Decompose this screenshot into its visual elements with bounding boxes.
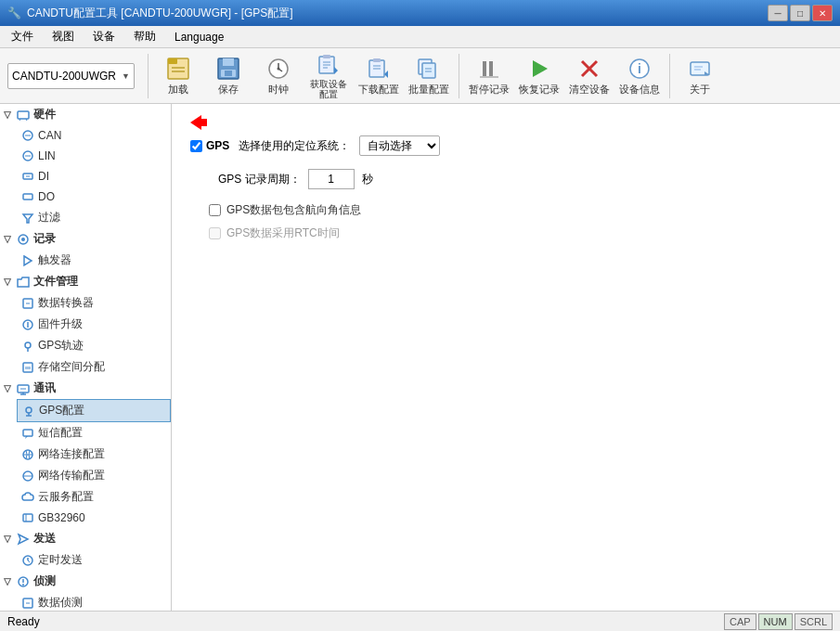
clock-button[interactable]: 时钟 bbox=[254, 52, 303, 100]
load-button[interactable]: 加载 bbox=[154, 52, 202, 100]
gps-system-select[interactable]: 自动选择 GPS 北斗 GPS+北斗 bbox=[359, 135, 440, 156]
devinfo-button[interactable]: i 设备信息 bbox=[615, 52, 664, 100]
di-label: DI bbox=[38, 170, 49, 183]
sidebar-item-detect[interactable]: ▽ 侦测 bbox=[0, 571, 171, 592]
getconf-button[interactable]: 获取设备配置 bbox=[304, 52, 353, 100]
title-bar: 🔧 CANDTU配置工具 [CANDTU-200UWGR] - [GPS配置] … bbox=[0, 0, 840, 26]
device-selector[interactable]: CANDTU-200UWGR ▼ bbox=[7, 63, 135, 89]
option1-checkbox[interactable] bbox=[209, 204, 221, 216]
pause-label: 暂停记录 bbox=[469, 84, 510, 95]
sidebar-item-datadetect[interactable]: 数据侦测 bbox=[17, 592, 171, 611]
num-indicator: NUM bbox=[758, 613, 793, 630]
trigger-label: 触发器 bbox=[38, 252, 71, 268]
gps-period-row: GPS 记录周期： 秒 bbox=[218, 169, 821, 189]
dlconf-button[interactable]: 下载配置 bbox=[355, 52, 403, 100]
sidebar-item-filter[interactable]: 过滤 bbox=[17, 207, 171, 228]
dlconf-icon bbox=[366, 56, 392, 82]
sidebar-item-hardware[interactable]: ▽ 硬件 bbox=[0, 104, 171, 125]
resume-button[interactable]: 恢复记录 bbox=[515, 52, 563, 100]
sidebar-item-do[interactable]: DO bbox=[17, 187, 171, 207]
sidebar-item-comm[interactable]: ▽ 通讯 bbox=[0, 378, 171, 399]
sidebar-item-nettrans[interactable]: 网络传输配置 bbox=[17, 465, 171, 486]
load-icon bbox=[165, 56, 191, 82]
option2-checkbox[interactable] bbox=[209, 227, 221, 239]
hardware-children: CAN LIN DI bbox=[0, 125, 171, 228]
menu-help[interactable]: 帮助 bbox=[126, 27, 163, 46]
svg-rect-24 bbox=[422, 63, 435, 78]
record-label: 记录 bbox=[33, 231, 56, 247]
gps-checkbox-label[interactable]: GPS bbox=[190, 139, 229, 152]
batch-button[interactable]: 批量配置 bbox=[405, 52, 453, 100]
title-bar-controls: ─ □ ✕ bbox=[768, 5, 833, 21]
sidebar-item-gpstrace[interactable]: GPS轨迹 bbox=[17, 335, 171, 356]
menu-device[interactable]: 设备 bbox=[85, 27, 123, 46]
datadetect-icon bbox=[20, 596, 35, 611]
svg-text:i: i bbox=[638, 61, 641, 76]
timesend-icon bbox=[20, 553, 35, 568]
period-input[interactable] bbox=[308, 169, 355, 189]
save-button[interactable]: 保存 bbox=[204, 52, 252, 100]
status-text: Ready bbox=[7, 615, 40, 628]
system-label: 选择使用的定位系统： bbox=[239, 138, 350, 154]
sms-label: 短信配置 bbox=[38, 425, 83, 441]
clear-button[interactable]: 清空设备 bbox=[565, 52, 614, 100]
content-area: GPS 选择使用的定位系统： 自动选择 GPS 北斗 GPS+北斗 GPS 记录… bbox=[172, 104, 840, 611]
dlconf-label: 下载配置 bbox=[358, 84, 399, 95]
devinfo-icon: i bbox=[627, 56, 653, 82]
do-label: DO bbox=[38, 190, 55, 203]
filemanage-icon bbox=[16, 275, 31, 290]
svg-marker-17 bbox=[334, 67, 338, 74]
sidebar-item-can[interactable]: CAN bbox=[17, 125, 171, 146]
sidebar-item-gb32960[interactable]: GB32960 bbox=[17, 508, 171, 528]
clear-icon bbox=[576, 56, 602, 82]
svg-marker-87 bbox=[190, 115, 207, 130]
sidebar-item-storage[interactable]: 存储空间分配 bbox=[17, 356, 171, 378]
gps-checkbox[interactable] bbox=[190, 140, 202, 152]
pause-button[interactable]: 暂停记录 bbox=[465, 52, 513, 100]
maximize-button[interactable]: □ bbox=[790, 5, 810, 21]
sidebar-item-timesend[interactable]: 定时发送 bbox=[17, 549, 171, 571]
option1-label: GPS数据包包含航向角信息 bbox=[226, 202, 361, 218]
svg-rect-28 bbox=[489, 61, 493, 76]
menu-language[interactable]: Language bbox=[167, 29, 231, 45]
sidebar-item-filemanage[interactable]: ▽ 文件管理 bbox=[0, 271, 171, 292]
sidebar-item-sms[interactable]: 短信配置 bbox=[17, 422, 171, 444]
status-indicators: CAP NUM SCRL bbox=[724, 613, 833, 630]
minimize-button[interactable]: ─ bbox=[768, 5, 788, 21]
sidebar-item-dataconvert[interactable]: 数据转换器 bbox=[17, 292, 171, 314]
netconn-label: 网络连接配置 bbox=[38, 446, 105, 462]
dataconvert-icon bbox=[20, 296, 35, 311]
gpstrace-icon bbox=[20, 339, 35, 354]
close-button[interactable]: ✕ bbox=[812, 5, 833, 21]
expand-filemanage-icon: ▽ bbox=[4, 277, 13, 287]
sidebar-item-send[interactable]: ▽ 发送 bbox=[0, 528, 171, 549]
sidebar-item-firmware[interactable]: 固件升级 bbox=[17, 314, 171, 335]
batch-label: 批量配置 bbox=[408, 84, 449, 95]
svg-point-51 bbox=[21, 238, 25, 241]
sidebar-item-di[interactable]: DI bbox=[17, 166, 171, 187]
expand-record-icon: ▽ bbox=[4, 234, 13, 244]
sidebar-item-record[interactable]: ▽ 记录 bbox=[0, 228, 171, 250]
sidebar-item-cloud[interactable]: 云服务配置 bbox=[17, 486, 171, 508]
sidebar-item-netconn[interactable]: 网络连接配置 bbox=[17, 444, 171, 465]
tree-group-comm: ▽ 通讯 GPS配置 短信配置 bbox=[0, 378, 171, 528]
sidebar-item-trigger[interactable]: 触发器 bbox=[17, 250, 171, 271]
sidebar-item-gpsconfig[interactable]: GPS配置 bbox=[17, 399, 171, 422]
menu-view[interactable]: 视图 bbox=[45, 27, 82, 46]
sidebar-item-lin[interactable]: LIN bbox=[17, 146, 171, 166]
title-bar-left: 🔧 CANDTU配置工具 [CANDTU-200UWGR] - [GPS配置] bbox=[7, 6, 293, 21]
comm-children: GPS配置 短信配置 网络连接配置 bbox=[0, 399, 171, 528]
expand-send-icon: ▽ bbox=[4, 534, 13, 544]
about-button[interactable]: 关于 bbox=[676, 52, 724, 100]
gb32960-label: GB32960 bbox=[38, 511, 85, 524]
svg-rect-13 bbox=[323, 55, 330, 58]
gps-option1-row: GPS数据包包含航向角信息 bbox=[209, 202, 821, 218]
storage-label: 存储空间分配 bbox=[38, 359, 105, 375]
svg-rect-1 bbox=[168, 58, 177, 64]
svg-rect-19 bbox=[373, 58, 381, 62]
menu-file[interactable]: 文件 bbox=[4, 27, 41, 46]
resume-icon bbox=[526, 56, 552, 82]
do-icon bbox=[20, 189, 35, 204]
expand-hardware-icon: ▽ bbox=[4, 109, 13, 120]
getconf-icon bbox=[316, 53, 342, 77]
